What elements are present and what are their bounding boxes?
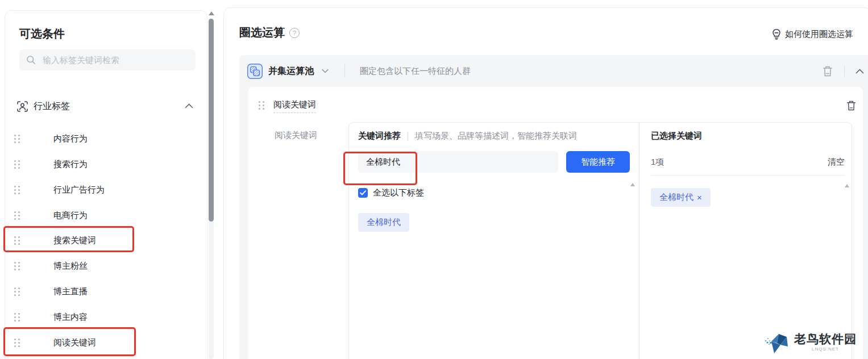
sidebar-item[interactable]: 博主内容 bbox=[14, 304, 199, 329]
screen: 可选条件 行业标签 内容行为 搜索行为 行业广告行为 电商行为 搜索 bbox=[0, 0, 868, 359]
drag-handle-icon[interactable] bbox=[14, 186, 20, 194]
union-operation-icon bbox=[247, 64, 263, 79]
main-panel: 圈选运算 ? 如何使用圈选运算 bbox=[223, 7, 868, 359]
select-all-row: 全选以下标签 bbox=[358, 187, 630, 198]
selected-pane: 已选择关键词 1项 清空 全棉时代 × bbox=[639, 123, 856, 359]
drag-handle-icon[interactable] bbox=[14, 262, 20, 270]
keyword-card: 阅读关键词 阅读关键词 关键词推荐 填写场景、品牌等描述词，智能推荐关联词 bbox=[248, 87, 863, 359]
divider bbox=[408, 132, 408, 141]
drag-handle-icon[interactable] bbox=[14, 135, 20, 143]
recommend-tag-list: 全棉时代 bbox=[358, 213, 630, 232]
selected-count-row: 1项 清空 bbox=[651, 157, 845, 168]
drag-handle-icon[interactable] bbox=[14, 211, 20, 220]
sidebar-item[interactable]: 行业广告行为 bbox=[14, 177, 199, 202]
union-pool-panel: 并集运算池 圈定包含以下任一特征的人群 阅读关 bbox=[239, 55, 868, 359]
main-title-row: 圈选运算 ? bbox=[239, 25, 300, 40]
tag-search-box[interactable] bbox=[19, 49, 196, 70]
divider bbox=[344, 64, 345, 78]
clear-all-link[interactable]: 清空 bbox=[828, 157, 845, 168]
sidebar-panel: 可选条件 行业标签 内容行为 搜索行为 行业广告行为 电商行为 搜索 bbox=[5, 10, 207, 359]
select-all-checkbox[interactable] bbox=[358, 188, 368, 198]
audience-target-icon bbox=[16, 101, 28, 112]
pool-header: 并集运算池 圈定包含以下任一特征的人群 bbox=[239, 55, 868, 87]
remove-tag-icon[interactable]: × bbox=[697, 193, 702, 202]
scroll-up-arrow-icon[interactable] bbox=[845, 184, 849, 187]
tag-search-input[interactable] bbox=[41, 55, 189, 65]
sidebar-item[interactable]: 博主直播 bbox=[14, 279, 199, 304]
sidebar-scrollbar-thumb[interactable] bbox=[209, 19, 214, 222]
sidebar-item[interactable]: 搜索行为 bbox=[14, 152, 199, 177]
card-delete-icon[interactable] bbox=[846, 100, 857, 111]
drag-handle-icon[interactable] bbox=[14, 236, 20, 245]
how-to-use-link[interactable]: 如何使用圈选运算 bbox=[771, 28, 853, 40]
recommend-tag[interactable]: 全棉时代 bbox=[358, 213, 409, 232]
field-label: 阅读关键词 bbox=[275, 130, 317, 141]
sidebar-item[interactable]: 内容行为 bbox=[14, 126, 199, 151]
drag-handle-icon[interactable] bbox=[14, 339, 20, 347]
sidebar-item-read-keyword[interactable]: 阅读关键词 bbox=[14, 330, 199, 355]
selected-tag[interactable]: 全棉时代 × bbox=[651, 188, 711, 207]
watermark-site: LNQS.NET bbox=[794, 347, 857, 352]
bird-logo-icon bbox=[762, 329, 790, 354]
sidebar-item-search-keyword[interactable]: 搜索关键词 bbox=[14, 228, 199, 253]
selected-tag-list: 全棉时代 × bbox=[651, 188, 845, 207]
drag-handle-icon[interactable] bbox=[14, 313, 20, 322]
check-icon bbox=[360, 190, 366, 195]
selected-title: 已选择关键词 bbox=[651, 131, 845, 141]
divider bbox=[844, 65, 845, 77]
keyword-module: 关键词推荐 填写场景、品牌等描述词，智能推荐关联词 智能推荐 bbox=[348, 122, 852, 359]
industry-tags-label: 行业标签 bbox=[34, 101, 70, 112]
watermark-name: 老鸟软件园 bbox=[794, 333, 857, 345]
sidebar-item[interactable]: 电商行为 bbox=[14, 203, 199, 228]
search-icon bbox=[26, 55, 36, 65]
recommend-input-row: 智能推荐 bbox=[358, 151, 630, 173]
how-to-use-label: 如何使用圈选运算 bbox=[785, 29, 853, 40]
pool-description: 圈定包含以下任一特征的人群 bbox=[360, 66, 471, 77]
divider bbox=[651, 175, 845, 176]
sidebar-item[interactable]: 博主粉丝 bbox=[14, 253, 199, 278]
watermark: 老鸟软件园 LNQS.NET bbox=[762, 329, 857, 354]
page-title: 圈选运算 bbox=[239, 25, 285, 40]
card-title: 阅读关键词 bbox=[273, 99, 316, 113]
section-collapse-icon[interactable] bbox=[185, 103, 193, 108]
drag-handle-icon[interactable] bbox=[14, 160, 20, 169]
keyword-input[interactable] bbox=[358, 151, 558, 173]
pool-collapse-chevron-icon[interactable] bbox=[855, 69, 864, 74]
select-all-label: 全选以下标签 bbox=[373, 187, 424, 198]
drag-handle-icon[interactable] bbox=[14, 287, 20, 296]
recommend-tab-desc: 填写场景、品牌等描述词，智能推荐关联词 bbox=[415, 131, 577, 141]
industry-tags-section[interactable]: 行业标签 bbox=[16, 101, 70, 112]
sidebar-title: 可选条件 bbox=[19, 26, 65, 41]
scroll-up-arrow-icon[interactable] bbox=[630, 183, 635, 186]
pool-name[interactable]: 并集运算池 bbox=[268, 65, 314, 77]
recommend-header: 关键词推荐 填写场景、品牌等描述词，智能推荐关联词 bbox=[358, 131, 630, 141]
pool-dropdown-chevron-icon[interactable] bbox=[322, 69, 329, 73]
help-icon[interactable]: ? bbox=[289, 28, 300, 38]
recommend-pane: 关键词推荐 填写场景、品牌等描述词，智能推荐关联词 智能推荐 bbox=[349, 123, 639, 359]
lightbulb-icon bbox=[771, 28, 782, 40]
pool-delete-icon[interactable] bbox=[822, 65, 833, 77]
recommend-tab-label: 关键词推荐 bbox=[358, 131, 401, 141]
selected-count: 1项 bbox=[651, 157, 664, 168]
smart-recommend-button[interactable]: 智能推荐 bbox=[566, 151, 630, 173]
scroll-up-arrow-icon[interactable] bbox=[209, 11, 214, 15]
